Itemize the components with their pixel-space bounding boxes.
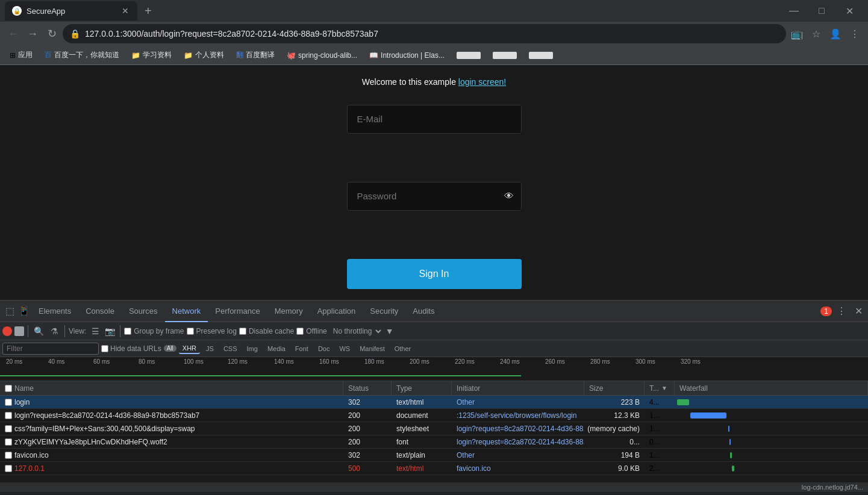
row-checkbox[interactable] xyxy=(5,465,12,472)
offline-checkbox[interactable] xyxy=(296,328,304,335)
table-row[interactable]: login 302 text/html Other 223 B 4... xyxy=(0,396,868,409)
row-checkbox[interactable] xyxy=(5,399,12,406)
tab-application[interactable]: Application xyxy=(310,300,363,322)
group-by-frame-label[interactable]: Group by frame xyxy=(124,327,184,335)
bookmark-apps[interactable]: ⊞ 应用 xyxy=(5,49,37,61)
bookmark-placeholder3[interactable] xyxy=(524,51,558,60)
forward-button[interactable]: → xyxy=(24,25,41,42)
filter-font[interactable]: Font xyxy=(292,344,312,353)
table-row[interactable]: favicon.ico 302 text/plain Other 194 B 1… xyxy=(0,449,868,462)
tab-console[interactable]: Console xyxy=(78,300,122,322)
select-all-checkbox[interactable] xyxy=(5,385,12,392)
offline-label[interactable]: Offline xyxy=(296,327,326,335)
filter-icon[interactable]: ⚗ xyxy=(48,325,61,338)
record-button[interactable] xyxy=(2,326,12,336)
minimize-button[interactable]: — xyxy=(780,0,808,22)
filter-other[interactable]: Other xyxy=(391,344,415,353)
welcome-link[interactable]: login screen! xyxy=(458,77,506,87)
row-checkbox[interactable] xyxy=(5,425,12,432)
bookmark-baidu[interactable]: 百 百度一下，你就知道 xyxy=(40,49,124,61)
menu-button[interactable]: ⋮ xyxy=(846,25,863,42)
header-waterfall[interactable]: Waterfall xyxy=(675,381,868,395)
clear-button[interactable] xyxy=(14,326,24,336)
active-tab[interactable]: 🔒 SecureApp ✕ xyxy=(5,1,137,20)
devtools-more-button[interactable]: ⋮ xyxy=(834,304,849,319)
filter-css[interactable]: CSS xyxy=(220,344,241,353)
table-row[interactable]: login?request=8c2a8702-0214-4d36-88a9-87… xyxy=(0,409,868,422)
throttle-select[interactable]: No throttling xyxy=(329,325,383,337)
disable-cache-label[interactable]: Disable cache xyxy=(239,327,294,335)
preserve-log-label[interactable]: Preserve log xyxy=(187,327,237,335)
bookmark-placeholder2[interactable] xyxy=(488,51,522,60)
tab-memory[interactable]: Memory xyxy=(267,300,310,322)
hide-data-urls-checkbox[interactable] xyxy=(101,345,108,352)
row-checkbox[interactable] xyxy=(5,412,12,419)
row-checkbox[interactable] xyxy=(5,438,12,446)
filter-xhr[interactable]: XHR xyxy=(179,343,200,354)
throttle-dropdown-button[interactable]: ▼ xyxy=(386,326,394,336)
devtools-close-button[interactable]: ✕ xyxy=(851,304,866,319)
view-screenshot-button[interactable]: 📷 xyxy=(103,325,116,338)
row-status: 500 xyxy=(343,462,392,475)
sign-in-button[interactable]: Sign In xyxy=(347,259,522,289)
filter-input[interactable] xyxy=(2,343,99,355)
hide-data-urls-label[interactable]: Hide data URLs xyxy=(101,344,161,353)
devtools-inspect-button[interactable]: ⬚ xyxy=(2,304,17,319)
welcome-text: Welcome to this example login screen! xyxy=(362,77,506,87)
tab-sources[interactable]: Sources xyxy=(122,300,165,322)
preserve-log-checkbox[interactable] xyxy=(187,328,194,335)
tab-performance[interactable]: Performance xyxy=(208,300,267,322)
view-list-button[interactable]: ☰ xyxy=(89,325,102,338)
search-icon[interactable]: 🔍 xyxy=(32,325,45,338)
row-type: text/plain xyxy=(392,449,452,461)
table-row[interactable]: 127.0.0.1 500 text/html favicon.ico 9.0 … xyxy=(0,462,868,475)
bookmark-translate[interactable]: 翻 百度翻译 xyxy=(231,49,279,61)
header-initiator[interactable]: Initiator xyxy=(452,381,584,395)
tab-close-button[interactable]: ✕ xyxy=(120,5,130,17)
reload-button[interactable]: ↻ xyxy=(43,25,60,42)
password-toggle-button[interactable]: 👁 xyxy=(504,191,514,202)
row-checkbox[interactable] xyxy=(5,452,12,459)
disable-cache-checkbox[interactable] xyxy=(239,328,246,335)
filter-img[interactable]: Img xyxy=(243,344,261,353)
profile-button[interactable]: 👤 xyxy=(827,25,844,42)
address-bar[interactable]: 🔒 127.0.0.1:3000/auth/login?request=8c2a… xyxy=(63,24,786,43)
filter-ws[interactable]: WS xyxy=(336,344,354,353)
row-type: font xyxy=(392,435,452,448)
bookmark-personal[interactable]: 📁 个人资料 xyxy=(179,49,229,61)
row-type: text/html xyxy=(392,462,452,475)
filter-media[interactable]: Media xyxy=(264,344,289,353)
header-name[interactable]: Name xyxy=(0,381,343,395)
header-time[interactable]: T... ▼ xyxy=(645,381,675,395)
bookmark-placeholder1[interactable] xyxy=(452,51,486,60)
tab-elements[interactable]: Elements xyxy=(31,300,78,322)
close-button[interactable]: ✕ xyxy=(835,0,863,22)
email-input[interactable] xyxy=(357,114,511,124)
header-size[interactable]: Size xyxy=(584,381,645,395)
new-tab-button[interactable]: + xyxy=(140,2,157,20)
filter-js[interactable]: JS xyxy=(202,344,217,353)
password-input[interactable] xyxy=(357,191,495,201)
bookmark-button[interactable]: ☆ xyxy=(808,25,825,42)
bookmark-elastic[interactable]: 📖 Introduction | Elas... xyxy=(364,50,449,61)
table-row[interactable]: zYXgKVEIMYYaJe8bpLHnCwDKhdHeFQ.woff2 200… xyxy=(0,435,868,449)
header-type[interactable]: Type xyxy=(392,381,452,395)
cast-button[interactable]: 📺 xyxy=(788,25,805,42)
maximize-button[interactable]: □ xyxy=(808,0,835,22)
bookmark-study[interactable]: 📁 学习资料 xyxy=(126,49,176,61)
group-by-frame-checkbox[interactable] xyxy=(124,328,131,335)
tab-network[interactable]: Network xyxy=(165,300,208,322)
bookmark-spring[interactable]: 🐙 spring-cloud-alib... xyxy=(282,50,362,61)
tab-security[interactable]: Security xyxy=(363,300,405,322)
sort-arrow: ▼ xyxy=(661,385,667,391)
all-badge[interactable]: All xyxy=(164,345,176,352)
filter-doc[interactable]: Doc xyxy=(314,344,334,353)
row-time: 4... xyxy=(645,396,675,408)
table-row[interactable]: css?family=IBM+Plex+Sans:300,400,500&dis… xyxy=(0,422,868,435)
header-status[interactable]: Status xyxy=(343,381,392,395)
tab-audits[interactable]: Audits xyxy=(405,300,442,322)
bookmarks-bar: ⊞ 应用 百 百度一下，你就知道 📁 学习资料 📁 个人资料 翻 百度翻译 🐙 … xyxy=(0,46,868,65)
filter-manifest[interactable]: Manifest xyxy=(356,344,389,353)
back-button[interactable]: ← xyxy=(5,25,22,42)
devtools-device-button[interactable]: 📱 xyxy=(17,304,31,319)
